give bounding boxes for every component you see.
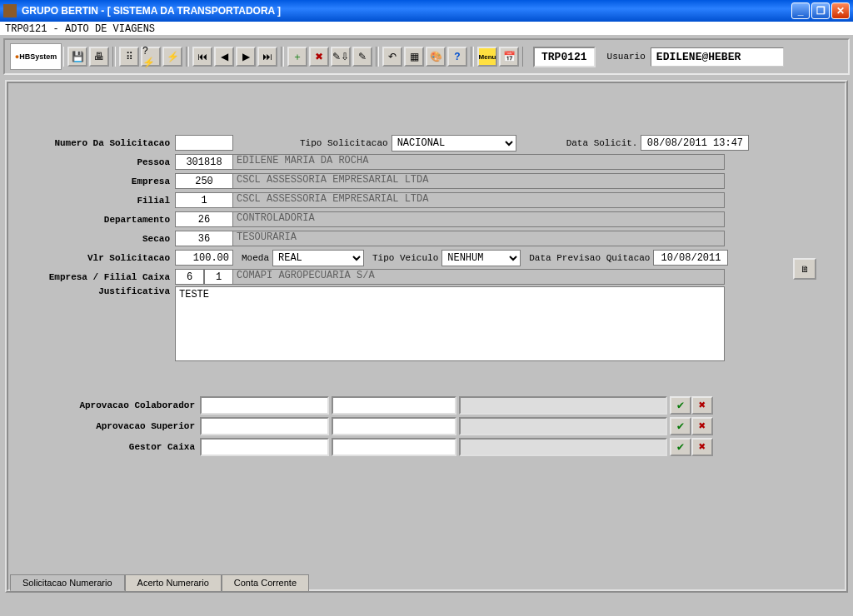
- input-departamento-cod[interactable]: [175, 211, 233, 227]
- label-emp-filial-caixa: Empresa / Filial Caixa: [25, 272, 175, 282]
- grid-icon[interactable]: ▦: [404, 47, 424, 67]
- aprov-colab-approve-button[interactable]: ✔: [670, 396, 691, 415]
- next-record-icon[interactable]: ▶: [236, 47, 256, 67]
- app-icon: [3, 4, 17, 17]
- add-icon[interactable]: ＋: [287, 47, 307, 67]
- label-empresa: Empresa: [25, 176, 175, 186]
- menu-icon[interactable]: Menu: [477, 47, 497, 67]
- label-aprov-superior: Aprovacao Superior: [25, 421, 200, 431]
- usuario-label: Usuario: [607, 52, 646, 62]
- clear-icon[interactable]: ✎: [352, 47, 372, 67]
- help-icon[interactable]: ?: [447, 47, 467, 67]
- aprov-sup-cell3: [459, 417, 667, 435]
- input-vlr[interactable]: [175, 250, 233, 266]
- last-record-icon[interactable]: ⏭: [257, 47, 277, 67]
- wizard-icon[interactable]: ?⚡: [141, 47, 161, 67]
- label-gestor-caixa: Gestor Caixa: [25, 442, 200, 452]
- bottom-tabs: Solicitacao Numerario Acerto Numerario C…: [10, 574, 309, 590]
- aprov-sup-cell1: [200, 417, 329, 435]
- aprov-sup-approve-button[interactable]: ✔: [670, 417, 691, 435]
- input-empresa-cod[interactable]: [175, 173, 233, 189]
- input-numero[interactable]: [175, 135, 233, 151]
- label-pessoa: Pessoa: [25, 157, 175, 167]
- aprov-colab-cell1: [200, 396, 329, 415]
- gestor-cell1: [200, 438, 329, 456]
- window-title: GRUPO BERTIN - [ SISTEMA DA TRANSPORTADO…: [22, 5, 791, 17]
- input-filial-caixa[interactable]: [204, 269, 233, 285]
- label-data-solicit: Data Solicit.: [558, 138, 641, 148]
- gestor-cell3: [459, 438, 667, 456]
- select-moeda[interactable]: REAL: [272, 250, 364, 266]
- aprov-colab-cell3: [459, 396, 667, 415]
- label-numero: Numero Da Solicitacao: [25, 138, 175, 148]
- input-emp-caixa[interactable]: [175, 269, 204, 285]
- delete-icon[interactable]: ✖: [309, 47, 329, 67]
- label-vlr: Vlr Solicitacao: [25, 253, 175, 263]
- input-pessoa-cod[interactable]: [175, 154, 233, 170]
- label-filial: Filial: [25, 196, 175, 206]
- document-icon: 🗎: [801, 264, 810, 275]
- input-filial-cod[interactable]: [175, 192, 233, 208]
- window-titlebar: GRUPO BERTIN - [ SISTEMA DA TRANSPORTADO…: [0, 0, 853, 22]
- gestor-cell2: [332, 438, 456, 456]
- input-data-prev[interactable]: [653, 250, 728, 266]
- gestor-approve-button[interactable]: ✔: [670, 438, 691, 456]
- label-departamento: Departamento: [25, 215, 175, 225]
- aprov-sup-cell2: [332, 417, 456, 435]
- tab-solicitacao[interactable]: Solicitacao Numerario: [10, 574, 125, 591]
- display-pessoa-nome: EDILENE MARIA DA ROCHA: [233, 154, 725, 170]
- display-empresa-nome: CSCL ASSESSORIA EMPRESARIAL LTDA: [233, 173, 725, 189]
- textarea-justificativa[interactable]: TESTE: [175, 286, 725, 361]
- palette-icon[interactable]: 🎨: [426, 47, 446, 67]
- label-data-prev: Data Previsao Quitacao: [521, 253, 653, 263]
- label-secao: Secao: [25, 234, 175, 244]
- display-secao-nome: TESOURARIA: [233, 231, 725, 246]
- screen-subtitle: TRP0121 - ADTO DE VIAGENS: [0, 22, 853, 37]
- input-data-solicit[interactable]: [641, 135, 749, 151]
- main-toolbar: ●HBSystem 💾 🖶 ⠿ ?⚡ ⚡ ⏮ ◀ ▶ ⏭ ＋ ✖ ✎⇩ ✎ ↶ …: [3, 38, 850, 75]
- label-moeda: Moeda: [233, 253, 272, 263]
- prev-record-icon[interactable]: ◀: [214, 47, 234, 67]
- calendar-icon[interactable]: 📅: [499, 47, 519, 67]
- label-tipo: Tipo Solicitacao: [292, 138, 392, 148]
- undo-icon[interactable]: ↶: [382, 47, 402, 67]
- first-record-icon[interactable]: ⏮: [192, 47, 212, 67]
- screen-code: TRP0121: [533, 47, 596, 67]
- display-departamento-nome: CONTROLADORIA: [233, 211, 725, 227]
- approvals-section: Aprovacao Colaborador ✔ ✖ Aprovacao Supe…: [25, 395, 828, 457]
- tool-icon-1[interactable]: ⠿: [119, 47, 139, 67]
- input-secao-cod[interactable]: [175, 231, 233, 246]
- label-aprov-colab: Aprovacao Colaborador: [25, 400, 200, 410]
- maximize-button[interactable]: ❐: [811, 2, 830, 19]
- lightning-icon[interactable]: ⚡: [162, 47, 182, 67]
- aprov-colab-cell2: [332, 396, 456, 415]
- vendor-logo: ●HBSystem: [10, 43, 62, 70]
- select-tipo-veiculo[interactable]: NENHUM: [441, 250, 521, 266]
- close-button[interactable]: ✕: [831, 2, 850, 19]
- aprov-colab-reject-button[interactable]: ✖: [691, 396, 713, 415]
- select-tipo[interactable]: NACIONAL: [392, 135, 516, 152]
- gestor-reject-button[interactable]: ✖: [691, 438, 713, 456]
- label-justificativa: Justificativa: [25, 286, 175, 296]
- aprov-sup-reject-button[interactable]: ✖: [691, 417, 713, 435]
- minimize-button[interactable]: _: [791, 2, 810, 19]
- usuario-value: EDILENE@HEBER: [651, 47, 784, 67]
- save-icon[interactable]: 💾: [67, 47, 87, 67]
- edit-icon[interactable]: ✎⇩: [331, 47, 351, 67]
- display-caixa-nome: COMAPI AGROPECUARIA S/A: [233, 269, 725, 285]
- display-filial-nome: CSCL ASSESSORIA EMPRESARIAL LTDA: [233, 192, 725, 208]
- tab-conta-corrente[interactable]: Conta Corrente: [222, 574, 309, 591]
- label-tipo-veiculo: Tipo Veiculo: [364, 253, 441, 263]
- form-workspace: Numero Da Solicitacao Tipo Solicitacao N…: [5, 80, 848, 593]
- tab-acerto[interactable]: Acerto Numerario: [125, 574, 222, 591]
- side-action-button[interactable]: 🗎: [793, 258, 816, 280]
- print-icon[interactable]: 🖶: [89, 47, 109, 67]
